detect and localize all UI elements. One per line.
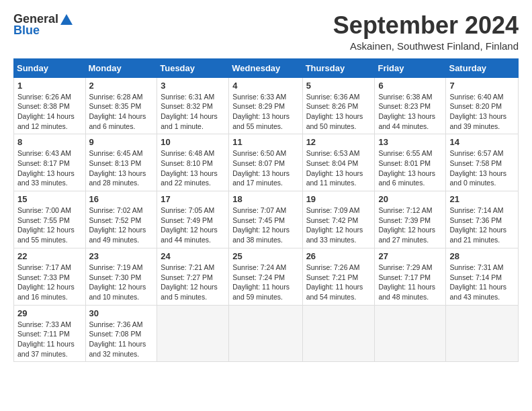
calendar-day-cell: 18 Sunrise: 7:07 AMSunset: 7:45 PMDaylig… <box>229 191 302 248</box>
title-area: September 2024 Askainen, Southwest Finla… <box>333 12 519 52</box>
calendar-day-cell <box>302 305 375 362</box>
day-number: 30 <box>89 308 154 318</box>
day-number: 17 <box>161 194 225 204</box>
calendar-day-cell: 2 Sunrise: 6:28 AMSunset: 8:35 PMDayligh… <box>85 77 157 134</box>
day-number: 1 <box>17 81 82 91</box>
day-number: 21 <box>449 194 515 204</box>
calendar-table: SundayMondayTuesdayWednesdayThursdayFrid… <box>13 58 519 363</box>
day-detail: Sunrise: 7:07 AMSunset: 7:45 PMDaylight:… <box>232 206 290 244</box>
calendar-header-row: SundayMondayTuesdayWednesdayThursdayFrid… <box>14 58 519 77</box>
calendar-day-cell: 20 Sunrise: 7:12 AMSunset: 7:39 PMDaylig… <box>375 191 446 248</box>
day-detail: Sunrise: 6:53 AMSunset: 8:04 PMDaylight:… <box>306 149 363 187</box>
day-detail: Sunrise: 7:14 AMSunset: 7:36 PMDaylight:… <box>449 206 506 244</box>
day-detail: Sunrise: 7:19 AMSunset: 7:30 PMDaylight:… <box>89 263 146 301</box>
day-detail: Sunrise: 6:40 AMSunset: 8:20 PMDaylight:… <box>449 93 506 130</box>
day-detail: Sunrise: 7:36 AMSunset: 7:08 PMDaylight:… <box>89 320 146 358</box>
day-number: 11 <box>232 137 298 147</box>
logo-area: General Blue <box>13 12 75 38</box>
day-detail: Sunrise: 7:17 AMSunset: 7:33 PMDaylight:… <box>17 263 75 301</box>
day-number: 10 <box>161 137 225 147</box>
day-number: 28 <box>449 251 515 261</box>
page: General Blue September 2024 Askainen, So… <box>0 0 532 411</box>
day-number: 7 <box>449 81 515 91</box>
calendar-day-cell: 24 Sunrise: 7:21 AMSunset: 7:27 PMDaylig… <box>157 248 229 305</box>
logo-icon <box>60 14 73 25</box>
day-of-week-header: Sunday <box>14 58 86 77</box>
calendar-day-cell: 14 Sunrise: 6:57 AMSunset: 7:58 PMDaylig… <box>446 134 519 191</box>
day-of-week-header: Tuesday <box>157 58 229 77</box>
calendar-day-cell: 28 Sunrise: 7:31 AMSunset: 7:14 PMDaylig… <box>446 248 519 305</box>
calendar-week-row: 22 Sunrise: 7:17 AMSunset: 7:33 PMDaylig… <box>14 248 519 305</box>
calendar-day-cell: 25 Sunrise: 7:24 AMSunset: 7:24 PMDaylig… <box>229 248 302 305</box>
day-number: 25 <box>232 251 298 261</box>
day-number: 4 <box>232 81 298 91</box>
day-number: 20 <box>378 194 442 204</box>
calendar-week-row: 15 Sunrise: 7:00 AMSunset: 7:55 PMDaylig… <box>14 191 519 248</box>
day-detail: Sunrise: 7:31 AMSunset: 7:14 PMDaylight:… <box>449 263 506 301</box>
day-number: 24 <box>161 251 225 261</box>
day-number: 5 <box>306 81 371 91</box>
day-detail: Sunrise: 6:57 AMSunset: 7:58 PMDaylight:… <box>449 149 506 187</box>
calendar-day-cell: 21 Sunrise: 7:14 AMSunset: 7:36 PMDaylig… <box>446 191 519 248</box>
day-of-week-header: Friday <box>375 58 446 77</box>
calendar-day-cell: 1 Sunrise: 6:26 AMSunset: 8:38 PMDayligh… <box>14 77 86 134</box>
calendar-day-cell: 8 Sunrise: 6:43 AMSunset: 8:17 PMDayligh… <box>14 134 86 191</box>
calendar-day-cell <box>229 305 302 362</box>
location-subtitle: Askainen, Southwest Finland, Finland <box>333 40 519 52</box>
day-detail: Sunrise: 7:26 AMSunset: 7:21 PMDaylight:… <box>306 263 363 301</box>
calendar-week-row: 29 Sunrise: 7:33 AMSunset: 7:11 PMDaylig… <box>14 305 519 362</box>
day-number: 6 <box>378 81 442 91</box>
calendar-day-cell: 12 Sunrise: 6:53 AMSunset: 8:04 PMDaylig… <box>302 134 375 191</box>
day-number: 3 <box>161 81 225 91</box>
day-detail: Sunrise: 6:48 AMSunset: 8:10 PMDaylight:… <box>161 149 218 187</box>
day-number: 14 <box>449 137 515 147</box>
calendar-day-cell: 7 Sunrise: 6:40 AMSunset: 8:20 PMDayligh… <box>446 77 519 134</box>
logo-blue-text: Blue <box>13 24 40 38</box>
svg-marker-0 <box>60 14 73 25</box>
day-detail: Sunrise: 6:45 AMSunset: 8:13 PMDaylight:… <box>89 149 146 187</box>
day-of-week-header: Monday <box>85 58 157 77</box>
day-detail: Sunrise: 7:33 AMSunset: 7:11 PMDaylight:… <box>17 320 75 358</box>
calendar-day-cell: 11 Sunrise: 6:50 AMSunset: 8:07 PMDaylig… <box>229 134 302 191</box>
calendar-day-cell <box>375 305 446 362</box>
calendar-day-cell: 10 Sunrise: 6:48 AMSunset: 8:10 PMDaylig… <box>157 134 229 191</box>
day-number: 9 <box>89 137 154 147</box>
calendar-day-cell: 27 Sunrise: 7:29 AMSunset: 7:17 PMDaylig… <box>375 248 446 305</box>
day-detail: Sunrise: 6:55 AMSunset: 8:01 PMDaylight:… <box>378 149 435 187</box>
calendar-day-cell: 4 Sunrise: 6:33 AMSunset: 8:29 PMDayligh… <box>229 77 302 134</box>
day-number: 15 <box>17 194 82 204</box>
calendar-day-cell: 16 Sunrise: 7:02 AMSunset: 7:52 PMDaylig… <box>85 191 157 248</box>
calendar-day-cell: 17 Sunrise: 7:05 AMSunset: 7:49 PMDaylig… <box>157 191 229 248</box>
day-detail: Sunrise: 7:05 AMSunset: 7:49 PMDaylight:… <box>161 206 218 244</box>
header: General Blue September 2024 Askainen, So… <box>13 12 519 52</box>
calendar-day-cell: 5 Sunrise: 6:36 AMSunset: 8:26 PMDayligh… <box>302 77 375 134</box>
day-number: 18 <box>232 194 298 204</box>
day-detail: Sunrise: 6:31 AMSunset: 8:32 PMDaylight:… <box>161 93 218 130</box>
day-number: 27 <box>378 251 442 261</box>
calendar-day-cell: 3 Sunrise: 6:31 AMSunset: 8:32 PMDayligh… <box>157 77 229 134</box>
day-number: 8 <box>17 137 82 147</box>
day-detail: Sunrise: 7:09 AMSunset: 7:42 PMDaylight:… <box>306 206 363 244</box>
calendar-day-cell: 22 Sunrise: 7:17 AMSunset: 7:33 PMDaylig… <box>14 248 86 305</box>
calendar-day-cell: 6 Sunrise: 6:38 AMSunset: 8:23 PMDayligh… <box>375 77 446 134</box>
day-number: 12 <box>306 137 371 147</box>
calendar-day-cell: 13 Sunrise: 6:55 AMSunset: 8:01 PMDaylig… <box>375 134 446 191</box>
day-number: 26 <box>306 251 371 261</box>
calendar-day-cell: 26 Sunrise: 7:26 AMSunset: 7:21 PMDaylig… <box>302 248 375 305</box>
day-number: 22 <box>17 251 82 261</box>
day-number: 2 <box>89 81 154 91</box>
calendar-week-row: 1 Sunrise: 6:26 AMSunset: 8:38 PMDayligh… <box>14 77 519 134</box>
day-detail: Sunrise: 7:00 AMSunset: 7:55 PMDaylight:… <box>17 206 75 244</box>
day-number: 16 <box>89 194 154 204</box>
day-detail: Sunrise: 7:29 AMSunset: 7:17 PMDaylight:… <box>378 263 435 301</box>
day-number: 13 <box>378 137 442 147</box>
calendar-day-cell: 23 Sunrise: 7:19 AMSunset: 7:30 PMDaylig… <box>85 248 157 305</box>
day-number: 29 <box>17 308 82 318</box>
day-detail: Sunrise: 6:43 AMSunset: 8:17 PMDaylight:… <box>17 149 75 187</box>
month-title: September 2024 <box>333 12 519 39</box>
day-detail: Sunrise: 6:36 AMSunset: 8:26 PMDaylight:… <box>306 93 363 130</box>
calendar-day-cell: 15 Sunrise: 7:00 AMSunset: 7:55 PMDaylig… <box>14 191 86 248</box>
calendar-day-cell: 30 Sunrise: 7:36 AMSunset: 7:08 PMDaylig… <box>85 305 157 362</box>
calendar-day-cell: 19 Sunrise: 7:09 AMSunset: 7:42 PMDaylig… <box>302 191 375 248</box>
calendar-day-cell: 9 Sunrise: 6:45 AMSunset: 8:13 PMDayligh… <box>85 134 157 191</box>
